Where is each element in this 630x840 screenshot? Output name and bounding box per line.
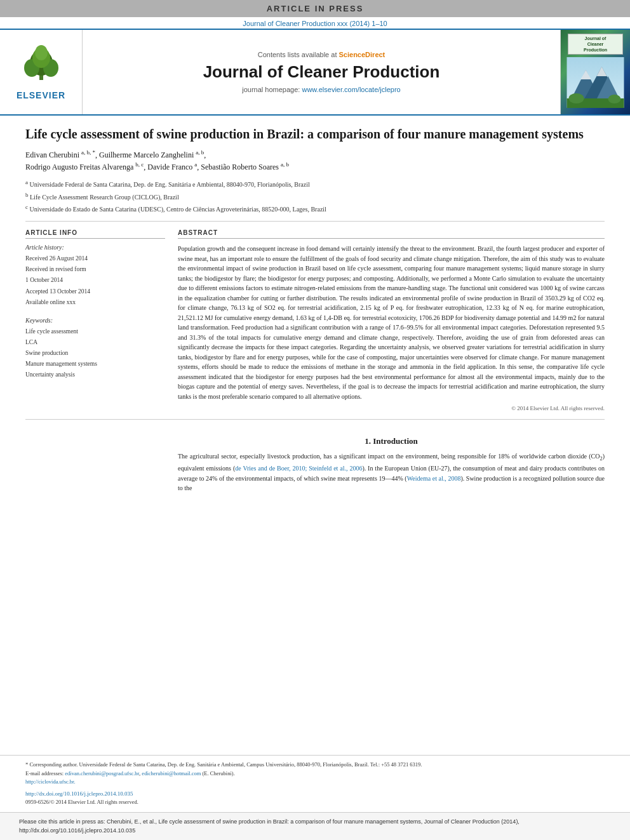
svg-point-13: [569, 93, 584, 103]
homepage-link[interactable]: www.elsevier.com/locate/jclepro: [302, 86, 400, 93]
journal-homepage-line: journal homepage: www.elsevier.com/locat…: [242, 86, 400, 93]
journal-ref-line: Journal of Cleaner Production xxx (2014)…: [0, 17, 630, 29]
two-column-layout: ARTICLE INFO Article history: Received 2…: [25, 229, 605, 411]
footnote-doi[interactable]: http://dx.doi.org/10.1016/j.jclepro.2014…: [25, 789, 605, 798]
affiliations-block: a Universidade Federal de Santa Catarina…: [25, 178, 605, 222]
ref-weidema: Weidema et al., 2008: [407, 475, 461, 482]
elsevier-wordmark: ELSEVIER: [17, 90, 65, 100]
journal-title: Journal of Cleaner Production: [203, 62, 440, 82]
received-date: Received 26 August 2014: [25, 253, 165, 264]
sciencedirect-line: Contents lists available at ScienceDirec…: [258, 51, 385, 58]
article-title: Life cycle assessment of swine productio…: [25, 126, 605, 142]
footnote-email2[interactable]: edicherubini@hotmail.com: [142, 770, 201, 777]
keyword-2: LCA: [25, 337, 165, 348]
intro-text-block: 1. Introduction The agricultural sector,…: [178, 427, 605, 498]
footnote-corresponding: * Corresponding author. Universidade Fed…: [25, 761, 605, 770]
page: ARTICLE IN PRESS Journal of Cleaner Prod…: [0, 0, 630, 840]
abstract-label: ABSTRACT: [178, 229, 605, 239]
article-history-label: Article history:: [25, 244, 165, 251]
article-info-column: ARTICLE INFO Article history: Received 2…: [25, 229, 165, 411]
keyword-5: Uncertainty analysis: [25, 370, 165, 380]
article-dates: Received 26 August 2014 Received in revi…: [25, 253, 165, 307]
footnote-website-link[interactable]: http://ciclovida.ufsc.br.: [25, 778, 76, 785]
divider: [25, 419, 605, 420]
keywords-block: Keywords: Life cycle assessment LCA Swin…: [25, 317, 165, 380]
authors-line: Edivan Cherubini a, b, *, Guilherme Marc…: [25, 149, 605, 173]
elsevier-logo-block: ELSEVIER: [0, 30, 83, 114]
sciencedirect-link[interactable]: ScienceDirect: [339, 51, 385, 58]
article-info-label: ARTICLE INFO: [25, 229, 165, 239]
affiliation-b: b Life Cycle Assessment Research Group (…: [25, 190, 605, 203]
footnote-website: http://ciclovida.ufsc.br.: [25, 778, 605, 787]
affiliation-a: a Universidade Federal de Santa Catarina…: [25, 178, 605, 190]
footnote-email-line: E-mail addresses: edivan.cherubini@posgr…: [25, 770, 605, 778]
received-revised-date: 1 October 2014: [25, 275, 165, 286]
affiliation-c: c Universidade do Estado de Santa Catari…: [25, 203, 605, 215]
article-history-block: Article history: Received 26 August 2014…: [25, 244, 165, 307]
copyright-line: © 2014 Elsevier Ltd. All rights reserved…: [178, 405, 605, 411]
available-online: Available online xxx: [25, 297, 165, 308]
accepted-date: Accepted 13 October 2014: [25, 286, 165, 297]
svg-point-14: [608, 95, 621, 103]
cover-badge: Journal of Cleaner Production: [568, 34, 623, 55]
footnote-area: * Corresponding author. Universidade Fed…: [0, 755, 630, 812]
keyword-4: Manure management systems: [25, 359, 165, 370]
keywords-label: Keywords:: [25, 317, 165, 324]
issn-line: 0959-6526/© 2014 Elsevier Ltd. All right…: [25, 798, 605, 807]
footnote-email1[interactable]: edivan.cherubini@posgrad.ufsc.br: [65, 770, 139, 777]
keyword-1: Life cycle assessment: [25, 326, 165, 337]
cover-mountain-scene: [565, 57, 626, 110]
intro-left-spacer: [25, 427, 165, 498]
intro-section-title: 1. Introduction: [178, 436, 605, 446]
journal-cover-image: Journal of Cleaner Production: [560, 30, 630, 114]
keyword-3: Swine production: [25, 348, 165, 359]
abstract-column: ABSTRACT Population growth and the conse…: [178, 229, 605, 411]
journal-center-block: Contents lists available at ScienceDirec…: [83, 30, 560, 114]
ref-devries: de Vries and de Boer, 2010; Steinfeld et…: [235, 465, 362, 472]
abstract-text: Population growth and the consequent inc…: [178, 244, 605, 401]
journal-header: ELSEVIER Contents lists available at Sci…: [0, 29, 630, 116]
citation-banner: Please cite this article in press as: Ch…: [0, 812, 630, 840]
intro-two-col: 1. Introduction The agricultural sector,…: [25, 427, 605, 498]
intro-paragraph-1: The agricultural sector, especially live…: [178, 451, 605, 493]
keywords-list: Life cycle assessment LCA Swine producti…: [25, 326, 165, 380]
svg-point-5: [35, 45, 48, 60]
elsevier-tree-icon: [19, 44, 64, 88]
main-content: Life cycle assessment of swine productio…: [0, 116, 630, 755]
article-in-press-banner: ARTICLE IN PRESS: [0, 0, 630, 17]
received-revised-label: Received in revised form: [25, 264, 165, 275]
